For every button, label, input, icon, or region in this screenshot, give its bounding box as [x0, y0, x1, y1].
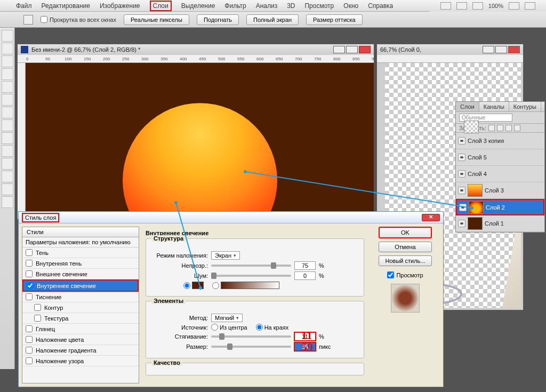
- minimize-icon[interactable]: [333, 46, 345, 53]
- doc1-canvas[interactable]: [26, 63, 374, 218]
- menu-select[interactable]: Выделение: [181, 2, 215, 10]
- effect-item[interactable]: Внутренняя тень: [22, 258, 139, 269]
- hand-tool-icon[interactable]: [2, 183, 13, 195]
- mb-icon[interactable]: [456, 2, 467, 10]
- crop-tool-icon[interactable]: [2, 81, 13, 93]
- effect-item[interactable]: Внутреннее свечение: [22, 279, 139, 292]
- bridge-icon[interactable]: [440, 2, 451, 10]
- doc1-titlebar[interactable]: Без имени-2 @ 66,7% (Слой 2, RGB/8) *: [18, 44, 374, 55]
- color-swatch[interactable]: [192, 282, 204, 289]
- layer-row[interactable]: Слой 3: [456, 182, 544, 199]
- gradient-tool-icon[interactable]: [2, 145, 13, 157]
- effect-item[interactable]: Наложение градиента: [22, 345, 139, 356]
- eraser-tool-icon[interactable]: [2, 132, 13, 144]
- effect-item[interactable]: Контур: [22, 302, 139, 313]
- effect-item[interactable]: Текстура: [22, 313, 139, 324]
- minimize-icon[interactable]: [483, 46, 494, 53]
- effect-item[interactable]: Внешнее свечение: [22, 269, 139, 279]
- gradient-bar[interactable]: [221, 282, 279, 289]
- layer-row[interactable]: Слой 5: [456, 149, 544, 166]
- text-tool-icon[interactable]: [2, 158, 13, 170]
- layer-row[interactable]: Слой 2: [456, 199, 544, 215]
- effect-checkbox[interactable]: [26, 336, 33, 343]
- dialog-close-icon[interactable]: [422, 214, 440, 221]
- menu-edit[interactable]: Редактирование: [42, 2, 90, 10]
- menu-view[interactable]: Просмотр: [304, 2, 334, 10]
- noise-slider[interactable]: [211, 275, 291, 277]
- tab-paths[interactable]: Контуры: [509, 102, 541, 111]
- tab-channels[interactable]: Каналы: [479, 102, 509, 111]
- fullscreen-button[interactable]: Полный экран: [246, 14, 299, 25]
- source-edge-radio[interactable]: На краях: [256, 324, 289, 331]
- menu-file[interactable]: Файл: [16, 2, 32, 10]
- menu-analysis[interactable]: Анализ: [256, 2, 278, 10]
- layer-row[interactable]: Слой 1: [456, 215, 544, 232]
- zoom-tool-icon[interactable]: [2, 196, 13, 208]
- noise-input[interactable]: [294, 271, 316, 280]
- arrange-icon[interactable]: [509, 2, 519, 10]
- print-size-button[interactable]: Размер оттиска: [306, 14, 363, 25]
- effect-checkbox[interactable]: [26, 270, 33, 277]
- effect-item[interactable]: Тиснение: [22, 292, 139, 302]
- layer-row[interactable]: Слой 3 копия: [456, 133, 544, 149]
- menu-filter[interactable]: Фильтр: [224, 2, 246, 10]
- wand-tool-icon[interactable]: [2, 68, 13, 80]
- scroll-all-checkbox[interactable]: Прокрутка во всех окнах: [41, 16, 116, 23]
- maximize-icon[interactable]: [346, 46, 358, 53]
- effect-item[interactable]: Глянец: [22, 324, 139, 334]
- lock-pixels-icon[interactable]: [497, 125, 503, 131]
- doc2-titlebar[interactable]: 66,7% (Слой 0,: [377, 44, 523, 55]
- styles-heading[interactable]: Стили: [22, 227, 139, 237]
- blending-defaults[interactable]: Параметры наложения: по умолчанию: [22, 237, 139, 247]
- close-icon[interactable]: [508, 46, 520, 53]
- effect-checkbox[interactable]: [26, 260, 33, 267]
- visibility-icon[interactable]: [458, 137, 465, 145]
- visibility-icon[interactable]: [458, 220, 465, 227]
- effect-checkbox[interactable]: [26, 249, 33, 256]
- workspace-icon[interactable]: [525, 2, 535, 10]
- effect-item[interactable]: Тень: [22, 247, 139, 258]
- gradient-radio[interactable]: [212, 282, 279, 289]
- maximize-icon[interactable]: [495, 46, 507, 53]
- layer-row[interactable]: Слой 4: [456, 166, 544, 182]
- dialog-titlebar[interactable]: Стиль слоя: [19, 212, 443, 223]
- opacity-slider[interactable]: [211, 265, 291, 267]
- color-radio[interactable]: [183, 282, 204, 289]
- visibility-icon[interactable]: [459, 204, 467, 211]
- new-style-button[interactable]: Новый стиль...: [379, 255, 432, 266]
- size-slider[interactable]: [211, 346, 291, 348]
- menu-image[interactable]: Изображение: [100, 2, 140, 10]
- preview-checkbox[interactable]: Просмотр: [387, 271, 423, 278]
- lock-all-icon[interactable]: [514, 125, 520, 131]
- effect-checkbox[interactable]: [34, 304, 41, 311]
- ok-button[interactable]: OK: [379, 227, 432, 238]
- source-center-radio[interactable]: Из центра: [211, 324, 247, 331]
- eyedropper-tool-icon[interactable]: [2, 94, 13, 106]
- screen-mode-icon[interactable]: [472, 2, 483, 10]
- effect-checkbox[interactable]: [26, 357, 33, 364]
- lock-transparent-icon[interactable]: [488, 125, 495, 131]
- zoom-indicator[interactable]: 100%: [488, 3, 503, 9]
- method-select[interactable]: Мягкий: [211, 314, 243, 322]
- effect-checkbox[interactable]: [27, 282, 34, 289]
- actual-pixels-button[interactable]: Реальные пикселы: [124, 14, 189, 25]
- visibility-icon[interactable]: [458, 170, 465, 178]
- menu-3d[interactable]: 3D: [287, 2, 295, 10]
- tab-layers[interactable]: Слои: [456, 102, 479, 111]
- menu-layers[interactable]: Слои: [150, 1, 172, 11]
- menu-help[interactable]: Справка: [368, 2, 393, 10]
- visibility-icon[interactable]: [458, 187, 465, 194]
- marquee-tool-icon[interactable]: [2, 43, 13, 54]
- stamp-tool-icon[interactable]: [2, 119, 13, 131]
- fit-button[interactable]: Подогнать: [197, 14, 239, 25]
- effect-checkbox[interactable]: [26, 293, 33, 300]
- lasso-tool-icon[interactable]: [2, 55, 13, 67]
- effect-checkbox[interactable]: [26, 347, 33, 354]
- menu-window[interactable]: Окно: [343, 2, 358, 10]
- shape-tool-icon[interactable]: [2, 171, 13, 182]
- effect-checkbox[interactable]: [34, 315, 41, 322]
- cancel-button[interactable]: Отмена: [379, 242, 432, 252]
- lock-position-icon[interactable]: [505, 125, 512, 131]
- brush-tool-icon[interactable]: [2, 107, 13, 118]
- choke-slider[interactable]: [211, 335, 291, 338]
